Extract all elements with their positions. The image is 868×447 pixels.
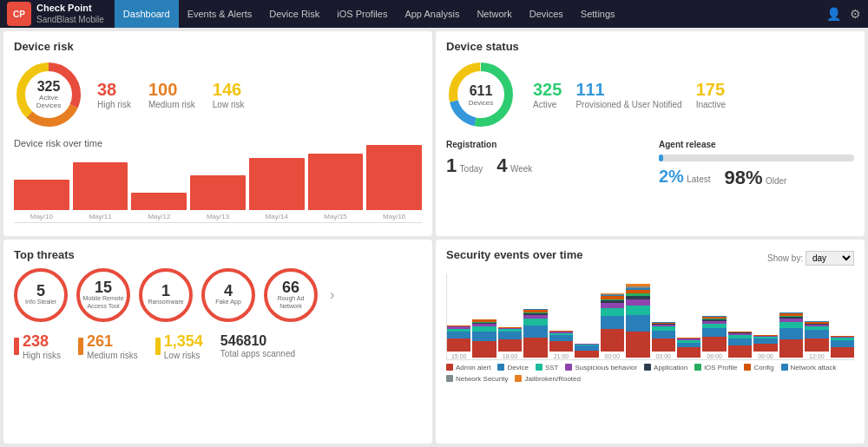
legend-item: SST [536,364,559,371]
total-apps-count: 546810 Total apps scanned [220,333,295,358]
nav-item-settings[interactable]: Settings [572,0,624,28]
sec-seg [652,331,675,339]
legend-dot [446,364,453,371]
top-threats-panel: Top threats 5Info Stealer15Mobile Remote… [3,240,432,444]
device-risk-top: 325 Active Devices 38 High risk 100 Medi… [14,60,422,129]
logo: CP Check Point SandBlast Mobile [7,2,104,26]
circle-num: 4 [224,283,233,299]
legend-item: Suspicious behavior [565,364,637,371]
threat-circle: 66Rough Ad Network [264,268,318,322]
sec-bar-col: 09:00 [753,335,777,358]
nav-item-device-risk[interactable]: Device Risk [260,0,328,28]
sec-stacked [523,309,547,358]
legend-item: Network Security [446,375,508,383]
circle-num: 5 [36,283,45,299]
risk-bar [190,175,246,210]
sec-bar-col: 15:00 [447,325,470,359]
sec-bar-col [728,332,752,359]
circle-label: Rough Ad Network [269,295,312,310]
logo-text: Check Point SandBlast Mobile [36,3,104,24]
sec-seg [447,339,470,352]
sec-seg [523,319,547,325]
device-status-top: 611 Devices 325 Active 111 Provisioned &… [446,60,854,129]
status-donut-center: 611 Devices [469,83,493,107]
circle-num: 66 [282,279,299,295]
high-risks-indicator [14,338,19,355]
high-risks-count: 238 High risks [14,332,61,360]
high-risk-stat: 38 High risk [97,80,131,109]
sec-stacked [626,284,649,358]
nav-item-events-&-alerts[interactable]: Events & Alerts [179,0,261,28]
reg-stats: 1 Today 4 Week [446,154,641,177]
latest-stat: 2% Latest [659,167,711,189]
sec-bar-label: 09:00 [758,353,773,359]
sec-stacked [472,319,496,357]
circle-ring: 15Mobile Remote Access Tool [76,268,130,322]
sec-bar-col [472,319,496,358]
sec-seg [575,351,598,357]
threat-circle: 15Mobile Remote Access Tool [76,268,130,322]
sec-seg [728,345,752,357]
show-by-select[interactable]: dayweekmonth [806,251,854,266]
sec-seg [472,332,496,341]
sec-seg [447,332,470,338]
threats-circles: 5Info Stealer15Mobile Remote Access Tool… [14,268,422,322]
bar-label: May/10 [30,213,53,220]
legend-item: Jailbroken/Rooted [515,375,580,383]
circle-label: Ransomware [148,299,183,306]
nav-item-ios-profiles[interactable]: iOS Profiles [328,0,396,28]
sec-bar-label: 00:00 [605,353,621,359]
sec-stacked [753,335,777,351]
bar-label: May/11 [89,213,111,220]
user-icon[interactable]: 👤 [826,7,841,21]
sec-seg [472,341,496,357]
threats-arrow[interactable]: › [330,287,334,303]
legend-item: iOS Profile [694,364,737,371]
sec-stacked [831,336,854,358]
sec-bar-label: 21:00 [554,353,569,359]
low-risks-indicator [155,338,161,355]
device-risk-bar-chart: May/10May/11May/12May/13May/14May/15May/… [14,154,422,223]
legend-dot [781,364,788,371]
low-risks-count: 1,354 Low risks [155,332,203,360]
logo-icon: CP [7,2,31,26]
nav-item-network[interactable]: Network [468,0,520,28]
sec-seg [831,347,854,358]
circle-num: 15 [95,279,112,295]
sec-bar-col [575,344,598,359]
topnav-right: 👤 ⚙ [826,7,861,21]
risk-bar [14,180,69,210]
legend-dot [446,375,453,382]
circle-ring: 5Info Stealer [14,268,68,322]
settings-icon[interactable]: ⚙ [850,7,861,21]
nav-item-devices[interactable]: Devices [521,0,572,28]
bar-group: May/11 [73,162,128,220]
legend-item: Network attack [781,364,837,371]
sec-bar-label: 06:00 [707,353,722,359]
legend-dot [565,364,572,371]
sec-seg [702,337,726,351]
nav-item-dashboard[interactable]: Dashboard [115,0,179,28]
sec-bar-col: 12:00 [805,321,828,358]
legend-label: Suspicious behavior [575,364,637,371]
bar-group: May/14 [249,158,305,220]
reg-agent: Registration 1 Today 4 Week Agent releas… [446,140,854,189]
sec-bar-col: 21:00 [549,331,573,358]
sec-seg [805,339,828,352]
sec-stacked [601,293,624,352]
sec-seg [549,341,573,351]
risk-bar [131,193,187,210]
medium-risk-stat: 100 Medium risk [148,80,195,109]
sec-seg [677,347,700,357]
nav-item-app-analysis[interactable]: App Analysis [396,0,468,28]
circle-ring: 1Ransomware [139,268,193,322]
sec-seg [498,332,522,339]
risk-stats: 38 High risk 100 Medium risk 146 Low ris… [97,80,245,109]
bar-label: May/12 [148,213,170,220]
sec-seg [753,344,777,352]
sec-seg [805,330,828,339]
bar-group: May/13 [190,175,246,220]
device-risk-title: Device risk [14,40,422,53]
legend-label: Jailbroken/Rooted [524,375,580,383]
legend-label: SST [545,364,559,371]
